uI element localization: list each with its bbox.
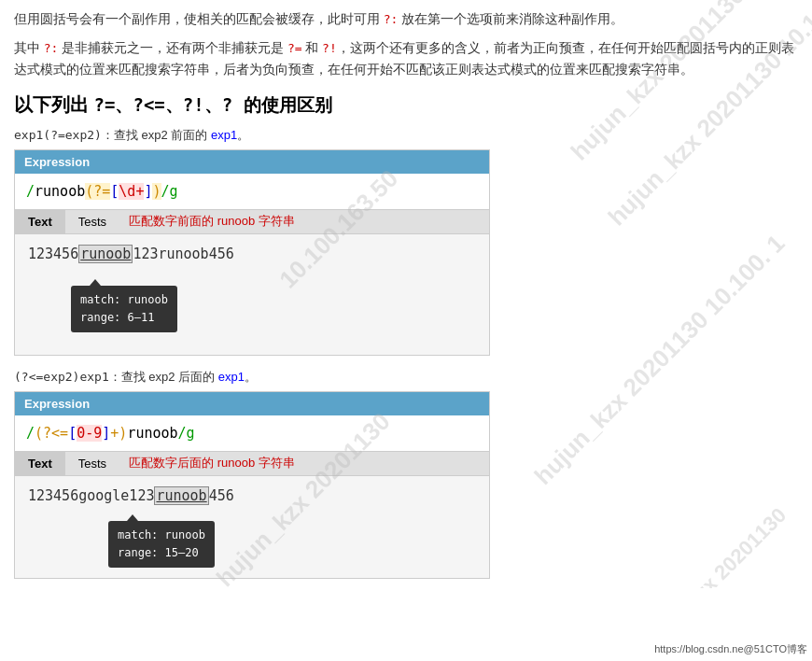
test-prefix-2: 123456google123 <box>28 487 154 504</box>
tooltip-match-value-1: runoob <box>128 293 168 306</box>
test-suffix-1: 456 <box>209 246 234 262</box>
expr-lookahead-2: ?<= <box>43 425 68 442</box>
expr-bracket-open-1: [ <box>110 183 119 200</box>
code-qcolon: ?: <box>44 41 59 55</box>
expr-group-open-2: ( <box>35 425 43 442</box>
tooltip-range-label-1: range: <box>80 311 128 324</box>
tab-bar-2: Text Tests 匹配数字后面的 runoob 字符串 <box>14 452 490 476</box>
test-text-2: 123456google123runoob456 <box>28 487 476 504</box>
expr-group-close-1: ) <box>152 183 161 200</box>
intro-para1: 但用圆括号会有一个副作用，使相关的匹配会被缓存，此时可用 ?: 放在第一个选项前… <box>14 9 798 31</box>
expr-slash-close-2: / <box>178 425 187 442</box>
test-area-2: 123456google123runoob456 match: runoob r… <box>14 476 490 579</box>
expr-slash-close-1: / <box>161 183 170 200</box>
test-prefix-1: 123456 <box>28 246 78 262</box>
match-highlight-2: runoob <box>154 486 208 505</box>
expr-range-2: 0-9 <box>77 425 102 442</box>
code-qeq: ?= <box>287 41 302 55</box>
expr-range-1: \d+ <box>119 183 144 200</box>
expr-content-2: /(?<=[0-9]+)runoob/g <box>15 415 489 451</box>
tooltip-match-value-2: runoob <box>165 528 205 541</box>
test-area-1: 123456runoob123runoob456 match: runoob r… <box>14 234 490 356</box>
tooltip-range-label-2: range: <box>118 546 165 559</box>
exp1-blue-link: exp1 <box>211 128 237 142</box>
test-middle-1: 123 <box>133 246 158 262</box>
expr-box-2: Expression /(?<=[0-9]+)runoob/g <box>14 391 490 452</box>
tooltip-range-line-1: range: 6–11 <box>80 309 168 327</box>
tab-text-1[interactable]: Text <box>15 210 65 233</box>
expr-box-1: Expression /runoob(?=[\d+])/g <box>14 149 490 210</box>
expr-slash-open-2: / <box>26 425 35 442</box>
tab-bar-1: Text Tests 匹配数字前面的 runoob 字符串 <box>14 210 490 234</box>
expr-header-label-1: Expression <box>24 155 90 169</box>
tooltip-range-value-1: 6–11 <box>128 311 155 324</box>
exp1-code-desc: exp1(?=exp2) <box>14 128 102 142</box>
test-second-match-1: runoob <box>158 246 208 262</box>
tab-desc-1: 匹配数字前面的 runoob 字符串 <box>129 213 295 230</box>
tooltip-range-line-2: range: 15–20 <box>118 544 205 562</box>
expr-content-1: /runoob(?=[\d+])/g <box>15 174 489 209</box>
tab-desc-2: 匹配数字后面的 runoob 字符串 <box>129 455 295 471</box>
intro-para2: 其中 ?: 是非捕获元之一，还有两个非捕获元是 ?= 和 ?!，这两个还有更多的… <box>14 38 798 81</box>
expr-bracket-open-2: [ <box>68 425 77 442</box>
code-qmark: ?: <box>384 12 399 26</box>
expr-header-label-2: Expression <box>24 397 90 411</box>
tooltip-match-line-2: match: runoob <box>118 527 205 544</box>
test-text-1: 123456runoob123runoob456 <box>28 246 476 262</box>
exp2-desc: (?<=exp2)exp1：查找 exp2 后面的 exp1。 <box>14 369 798 386</box>
expr-slash-open-1: / <box>26 183 35 200</box>
code-qbang: ?! <box>322 41 337 55</box>
tab-text-2[interactable]: Text <box>15 452 65 475</box>
section-title: 以下列出 ?=、?<=、?!、? 的使用区别 <box>14 92 798 118</box>
expr-bracket-close-2: ] <box>102 425 110 442</box>
tab-tests-1[interactable]: Tests <box>65 210 119 233</box>
tooltip-1: match: runoob range: 6–11 <box>71 286 177 332</box>
tooltip-match-label-1: match: <box>80 293 128 306</box>
exp1-desc: exp1(?=exp2)：查找 exp2 前面的 exp1。 <box>14 127 798 144</box>
exp2-blue-link: exp1 <box>218 370 245 384</box>
tooltip-match-label-2: match: <box>118 528 165 541</box>
expr-literal-1: runoob <box>35 183 85 200</box>
expr-group-open-1: ( <box>85 183 93 200</box>
tab-tests-2[interactable]: Tests <box>65 452 119 475</box>
expr-lookahead-1: ?= <box>93 183 110 200</box>
expr-header-2: Expression <box>15 392 489 415</box>
tooltip-2: match: runoob range: 15–20 <box>108 521 215 568</box>
expr-header-1: Expression <box>15 150 489 174</box>
section-2: (?<=exp2)exp1：查找 exp2 后面的 exp1。 Expressi… <box>14 369 798 579</box>
expr-flag-1: g <box>170 183 178 200</box>
tooltip-match-line-1: match: runoob <box>80 291 168 309</box>
expr-flag-2: g <box>187 425 195 442</box>
match-highlight-1: runoob <box>78 245 133 263</box>
exp2-code-desc: (?<=exp2)exp1 <box>14 370 109 384</box>
expr-literal-2: runoob <box>127 425 177 442</box>
title-codes: ?=、?<=、?!、? 的使用区别 <box>94 94 332 115</box>
expr-plus-2: + <box>110 425 119 442</box>
tooltip-range-value-2: 15–20 <box>165 546 199 559</box>
test-suffix-2: 456 <box>209 487 234 504</box>
